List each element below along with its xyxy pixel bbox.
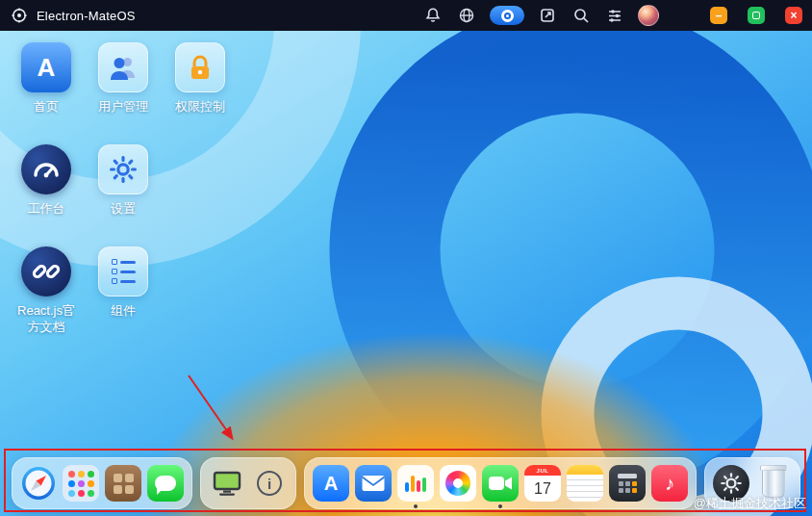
photos-icon[interactable] bbox=[440, 465, 476, 502]
desktop-icon-components[interactable]: 组件 bbox=[85, 246, 162, 348]
desktop-icon-label: React.js官方文档 bbox=[12, 303, 81, 336]
desktop-icon-label: 权限控制 bbox=[175, 99, 225, 116]
dock-group-1 bbox=[12, 457, 192, 509]
desktop-icon-label: 设置 bbox=[111, 201, 136, 218]
app-store-icon[interactable]: A bbox=[313, 465, 349, 502]
watermark-text: @稀土掘金技术社区 bbox=[694, 495, 806, 512]
screen-display-icon[interactable] bbox=[209, 465, 245, 502]
app-logo-icon bbox=[10, 6, 29, 25]
search-icon[interactable] bbox=[571, 5, 592, 26]
running-indicator bbox=[414, 504, 418, 508]
calendar-month: JUL bbox=[524, 465, 561, 476]
dock-group-2: i bbox=[200, 457, 296, 509]
desktop-icon-label: 组件 bbox=[111, 303, 136, 320]
fullscreen-icon[interactable] bbox=[537, 5, 558, 26]
notification-bell-icon[interactable] bbox=[422, 5, 444, 26]
lock-icon bbox=[175, 42, 225, 92]
mail-icon[interactable] bbox=[355, 465, 392, 502]
desktop-icon-label: 用户管理 bbox=[98, 99, 148, 116]
desktop-icon-label: 工作台 bbox=[28, 201, 65, 218]
calculator-icon[interactable] bbox=[609, 465, 646, 502]
info-icon[interactable]: i bbox=[251, 465, 288, 502]
component-list-icon bbox=[98, 246, 148, 297]
files-brown-app-icon[interactable] bbox=[105, 465, 141, 502]
maximize-button[interactable] bbox=[748, 7, 765, 24]
appstore-a-icon: A bbox=[21, 42, 71, 92]
dock: i A JUL 17 bbox=[12, 456, 800, 510]
language-globe-icon[interactable] bbox=[456, 5, 477, 26]
messages-icon[interactable] bbox=[147, 465, 184, 502]
theme-toggle-icon bbox=[501, 10, 514, 22]
theme-toggle[interactable] bbox=[490, 6, 524, 25]
safari-icon[interactable] bbox=[20, 465, 57, 502]
activity-bars-icon[interactable] bbox=[397, 465, 434, 502]
users-icon bbox=[98, 42, 148, 92]
desktop-icon-grid: A 首页 用户管理 权限控制 bbox=[8, 42, 239, 348]
minimize-button[interactable]: – bbox=[710, 7, 727, 24]
desktop-icon-workbench[interactable]: 工作台 bbox=[8, 144, 85, 246]
settings-sliders-icon[interactable] bbox=[604, 5, 625, 26]
dashboard-gauge-icon bbox=[21, 144, 71, 194]
desktop-icon-user-management[interactable]: 用户管理 bbox=[85, 42, 162, 144]
window-title: Electron-MateOS bbox=[37, 9, 136, 23]
maximize-icon bbox=[752, 12, 760, 19]
desktop-icon-settings[interactable]: 设置 bbox=[85, 144, 162, 246]
facetime-icon[interactable] bbox=[482, 465, 519, 502]
dock-group-3: A JUL 17 bbox=[304, 457, 697, 509]
desktop-icon-label: 首页 bbox=[34, 99, 59, 116]
notes-icon[interactable] bbox=[567, 465, 603, 502]
music-icon[interactable]: ♪ bbox=[651, 465, 688, 502]
titlebar: Electron-MateOS bbox=[0, 0, 812, 31]
desktop-icon-home[interactable]: A 首页 bbox=[8, 42, 85, 144]
close-button[interactable]: × bbox=[785, 7, 802, 24]
desktop-icon-react-docs[interactable]: React.js官方文档 bbox=[8, 246, 85, 348]
calendar-icon[interactable]: JUL 17 bbox=[524, 465, 561, 502]
gear-icon bbox=[98, 144, 148, 194]
user-avatar[interactable] bbox=[638, 5, 659, 26]
calendar-day: 17 bbox=[524, 476, 561, 502]
desktop-icon-permission-control[interactable]: 权限控制 bbox=[162, 42, 239, 144]
running-indicator bbox=[498, 504, 502, 508]
launchpad-icon[interactable] bbox=[63, 465, 99, 502]
link-icon bbox=[21, 246, 71, 297]
